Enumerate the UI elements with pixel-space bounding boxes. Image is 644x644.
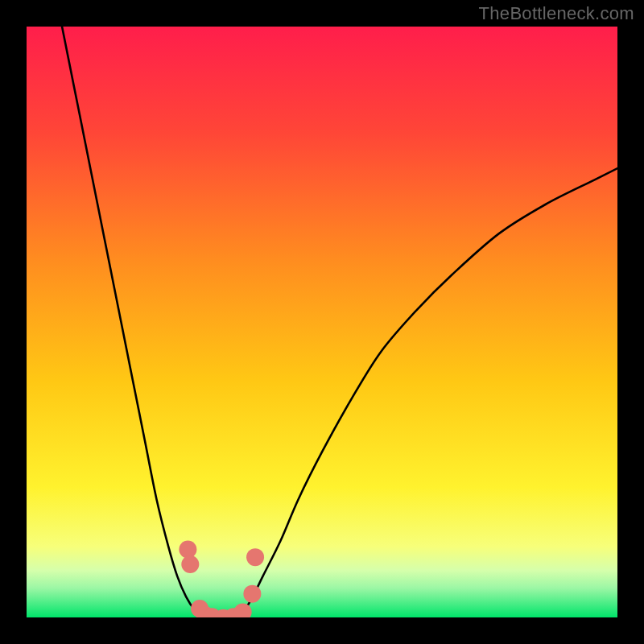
data-marker bbox=[179, 541, 196, 559]
plot-area bbox=[27, 27, 617, 617]
chart-frame: TheBottleneck.com bbox=[0, 0, 644, 644]
gradient-bg bbox=[27, 27, 617, 617]
watermark-text: TheBottleneck.com bbox=[479, 3, 634, 24]
data-marker bbox=[181, 555, 199, 573]
data-marker bbox=[243, 585, 261, 603]
data-marker bbox=[246, 548, 264, 566]
chart-svg bbox=[27, 27, 617, 617]
